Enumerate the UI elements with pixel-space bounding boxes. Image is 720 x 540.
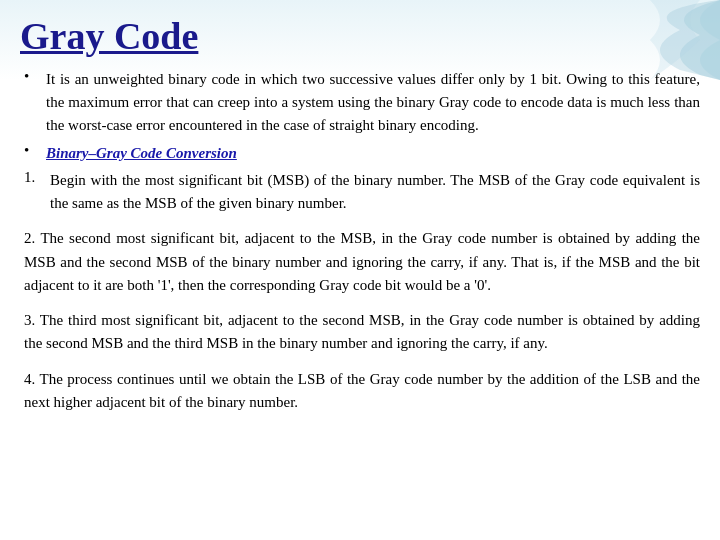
content-area: • It is an unweighted binary code in whi… [20, 68, 700, 414]
binary-gray-link[interactable]: Binary–Gray Code Conversion [46, 145, 237, 161]
para3-number: 3. [24, 312, 40, 328]
number-label-1: 1. [24, 169, 46, 186]
numbered-item-1: 1. Begin with the most significant bit (… [24, 169, 700, 216]
bullet-section: • It is an unweighted binary code in whi… [24, 68, 700, 216]
page: Gray Code • It is an unweighted binary c… [0, 0, 720, 540]
paragraph-4: 4. The process continues until we obtain… [24, 368, 700, 415]
bullet-text-2: Binary–Gray Code Conversion [46, 142, 700, 165]
wave-decoration [520, 0, 720, 80]
para3-text: The third most significant bit, adjacent… [24, 312, 700, 351]
numbered-text-1: Begin with the most significant bit (MSB… [50, 169, 700, 216]
para4-number: 4. [24, 371, 40, 387]
paragraph-3: 3. The third most significant bit, adjac… [24, 309, 700, 356]
bullet-symbol-2: • [24, 142, 42, 159]
bullet-symbol-1: • [24, 68, 42, 85]
para2-number: 2. [24, 230, 40, 246]
bullet-item-2: • Binary–Gray Code Conversion [24, 142, 700, 165]
para4-text: The process continues until we obtain th… [24, 371, 700, 410]
para2-text: The second most significant bit, adjacen… [24, 230, 700, 293]
paragraph-2: 2. The second most significant bit, adja… [24, 227, 700, 297]
